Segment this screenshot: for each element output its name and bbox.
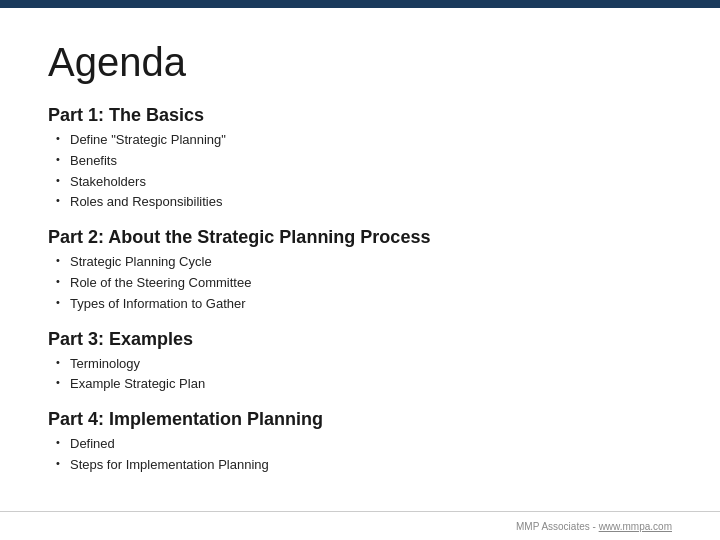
- part-1-heading: Part 1: The Basics: [48, 105, 672, 126]
- part-3-heading: Part 3: Examples: [48, 329, 672, 350]
- footer-text: MMP Associates -: [516, 521, 599, 532]
- page-title: Agenda: [48, 40, 672, 85]
- content-area: Agenda Part 1: The Basics Define "Strate…: [0, 8, 720, 504]
- part-1-section: Part 1: The Basics Define "Strategic Pla…: [48, 105, 672, 213]
- list-item: Terminology: [56, 354, 672, 375]
- part-4-section: Part 4: Implementation Planning Defined …: [48, 409, 672, 476]
- top-bar: [0, 0, 720, 8]
- list-item: Stakeholders: [56, 172, 672, 193]
- list-item: Define "Strategic Planning": [56, 130, 672, 151]
- list-item: Strategic Planning Cycle: [56, 252, 672, 273]
- part-4-heading: Part 4: Implementation Planning: [48, 409, 672, 430]
- part-2-section: Part 2: About the Strategic Planning Pro…: [48, 227, 672, 314]
- footer-link[interactable]: www.mmpa.com: [599, 521, 672, 532]
- part-4-bullets: Defined Steps for Implementation Plannin…: [48, 434, 672, 476]
- list-item: Steps for Implementation Planning: [56, 455, 672, 476]
- list-item: Roles and Responsibilities: [56, 192, 672, 213]
- footer: MMP Associates - www.mmpa.com: [516, 521, 672, 532]
- list-item: Role of the Steering Committee: [56, 273, 672, 294]
- part-2-heading: Part 2: About the Strategic Planning Pro…: [48, 227, 672, 248]
- list-item: Example Strategic Plan: [56, 374, 672, 395]
- part-1-bullets: Define "Strategic Planning" Benefits Sta…: [48, 130, 672, 213]
- bottom-divider: [0, 511, 720, 512]
- part-2-bullets: Strategic Planning Cycle Role of the Ste…: [48, 252, 672, 314]
- part-3-section: Part 3: Examples Terminology Example Str…: [48, 329, 672, 396]
- list-item: Defined: [56, 434, 672, 455]
- part-3-bullets: Terminology Example Strategic Plan: [48, 354, 672, 396]
- list-item: Benefits: [56, 151, 672, 172]
- list-item: Types of Information to Gather: [56, 294, 672, 315]
